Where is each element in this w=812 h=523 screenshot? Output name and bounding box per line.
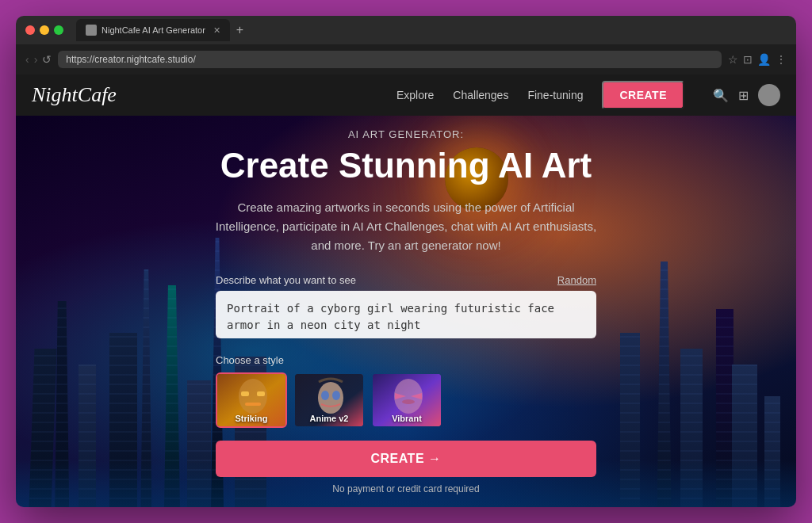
site-logo[interactable]: NightCafe — [32, 83, 117, 107]
search-icon[interactable]: 🔍 — [713, 88, 729, 103]
site-navbar: NightCafe Explore Challenges Fine-tuning… — [16, 74, 796, 116]
svg-point-12 — [402, 399, 415, 404]
hero-section: AI ART GENERATOR: Create Stunning AI Art… — [16, 116, 796, 507]
style-options: Striking — [216, 372, 596, 428]
style-striking-label: Striking — [217, 414, 285, 423]
svg-point-9 — [332, 391, 340, 400]
svg-rect-5 — [245, 403, 261, 406]
hero-content: AI ART GENERATOR: Create Stunning AI Art… — [192, 116, 620, 507]
tab-title: NightCafe AI Art Generator — [102, 25, 205, 35]
random-link[interactable]: Random — [557, 274, 596, 286]
tab-close-icon[interactable]: ✕ — [213, 25, 220, 36]
nav-create-button[interactable]: CREATE — [602, 81, 684, 109]
tab-bar: NightCafe AI Art Generator ✕ + — [76, 19, 247, 41]
prompt-label: Describe what you want to see — [216, 274, 356, 286]
hero-title: Create Stunning AI Art — [208, 147, 604, 185]
style-vibrant-label: Vibrant — [373, 414, 441, 423]
browser-window: NightCafe AI Art Generator ✕ + ‹ › ↺ htt… — [16, 16, 796, 507]
prompt-section: Describe what you want to see Random Cho… — [216, 274, 596, 494]
nav-challenges[interactable]: Challenges — [453, 89, 508, 101]
hero-description: Create amazing artworks in seconds using… — [208, 198, 604, 255]
traffic-lights — [25, 25, 63, 35]
style-card-striking[interactable]: Striking — [216, 372, 287, 428]
svg-rect-4 — [257, 391, 265, 396]
nav-buttons: ‹ › ↺ — [25, 53, 52, 66]
forward-button[interactable]: › — [34, 53, 38, 66]
style-anime-label: Anime v2 — [295, 414, 363, 423]
hero-subtitle: AI ART GENERATOR: — [208, 128, 604, 140]
svg-point-8 — [321, 391, 329, 400]
no-payment-text: No payment or credit card required — [216, 483, 596, 494]
create-button[interactable]: CREATE → — [216, 441, 596, 477]
grid-icon[interactable]: ⊞ — [738, 88, 749, 103]
bookmark-icon[interactable]: ☆ — [728, 53, 738, 66]
address-actions: ☆ ⊡ 👤 ⋮ — [728, 53, 787, 66]
nav-finetuning[interactable]: Fine-tuning — [527, 89, 583, 101]
nav-icons: 🔍 ⊞ — [713, 84, 780, 106]
nav-explore[interactable]: Explore — [396, 89, 434, 101]
refresh-button[interactable]: ↺ — [42, 53, 52, 66]
active-tab[interactable]: NightCafe AI Art Generator ✕ — [76, 19, 230, 41]
nav-links: Explore Challenges Fine-tuning CREATE 🔍 … — [396, 81, 780, 109]
prompt-label-row: Describe what you want to see Random — [216, 274, 596, 286]
address-bar: ‹ › ↺ https://creator.nightcafe.studio/ … — [16, 44, 796, 74]
style-card-anime[interactable]: Anime v2 — [293, 372, 365, 428]
site-content: NightCafe Explore Challenges Fine-tuning… — [16, 74, 796, 507]
minimize-button[interactable] — [40, 25, 49, 35]
svg-point-0 — [88, 27, 94, 33]
url-text: https://creator.nightcafe.studio/ — [66, 54, 195, 65]
style-card-vibrant[interactable]: Vibrant — [371, 372, 442, 428]
back-button[interactable]: ‹ — [25, 53, 29, 66]
prompt-input[interactable] — [216, 291, 596, 338]
maximize-button[interactable] — [54, 25, 63, 35]
avatar[interactable] — [758, 84, 780, 106]
style-label: Choose a style — [216, 354, 596, 366]
screenshot-icon[interactable]: ⊡ — [743, 53, 753, 66]
tab-favicon — [86, 25, 97, 36]
profile-icon[interactable]: 👤 — [757, 53, 771, 66]
create-section: CREATE → No payment or credit card requi… — [216, 441, 596, 494]
menu-icon[interactable]: ⋮ — [776, 53, 787, 66]
new-tab-button[interactable]: + — [233, 23, 247, 37]
url-bar[interactable]: https://creator.nightcafe.studio/ — [58, 51, 722, 68]
title-bar: NightCafe AI Art Generator ✕ + — [16, 16, 796, 44]
svg-rect-3 — [241, 391, 249, 396]
style-section: Choose a style — [216, 354, 596, 428]
close-button[interactable] — [25, 25, 35, 35]
